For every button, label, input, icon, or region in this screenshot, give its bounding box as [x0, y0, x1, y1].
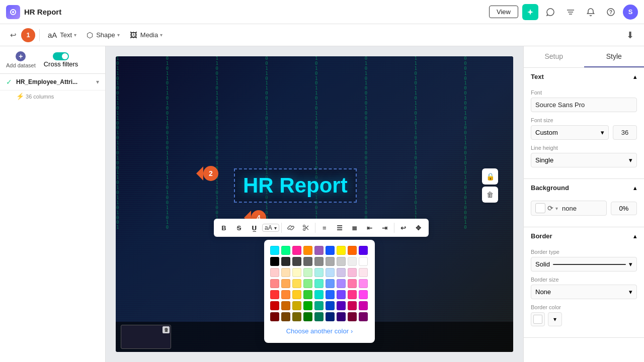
color-swatch[interactable] — [292, 246, 301, 255]
color-swatch[interactable] — [326, 279, 335, 288]
line-height-select[interactable]: Single ▾ — [531, 153, 637, 167]
dataset-expand-icon[interactable]: ▾ — [96, 78, 99, 85]
color-swatch[interactable] — [292, 290, 301, 299]
color-swatch[interactable] — [303, 268, 312, 277]
font-size-picker[interactable]: aA ▾ — [262, 224, 279, 232]
border-color-swatch[interactable] — [531, 312, 545, 326]
canvas-lock-button[interactable]: 🔒 — [482, 168, 498, 185]
slide-thumbnail[interactable]: 🗑 — [121, 325, 171, 349]
text-section-header[interactable]: Text ▴ — [524, 68, 644, 85]
color-swatch[interactable] — [281, 301, 290, 310]
view-button[interactable]: View — [489, 6, 518, 18]
color-swatch[interactable] — [303, 279, 312, 288]
font-size-select[interactable]: Custom ▾ — [531, 125, 609, 140]
color-swatch[interactable] — [270, 290, 279, 299]
canvas-delete-button[interactable]: 🗑 — [482, 187, 498, 203]
color-swatch[interactable] — [326, 312, 335, 321]
color-swatch[interactable] — [270, 312, 279, 321]
color-swatch[interactable] — [337, 257, 346, 266]
background-section-header[interactable]: Background ▴ — [524, 179, 644, 197]
move-button[interactable]: ✥ — [412, 221, 426, 235]
font-size-number[interactable]: 36 — [613, 125, 637, 140]
undo-inline-button[interactable]: ↩ — [396, 221, 411, 235]
color-swatch[interactable] — [270, 257, 279, 266]
border-section-header[interactable]: Border ▴ — [524, 227, 644, 245]
cross-filters-toggle-switch[interactable] — [53, 52, 69, 60]
color-swatch[interactable] — [281, 246, 290, 255]
media-tool[interactable]: 🖼 Media ▾ — [126, 29, 167, 41]
filter-icon[interactable] — [562, 4, 579, 20]
indent-left-button[interactable]: ⇤ — [363, 221, 377, 235]
spark-button[interactable] — [522, 4, 538, 20]
color-swatch[interactable] — [337, 246, 346, 255]
thumbnail-delete-button[interactable]: 🗑 — [163, 326, 170, 333]
color-swatch[interactable] — [281, 257, 290, 266]
shape-tool[interactable]: ⬡ Shape ▾ — [83, 29, 124, 41]
color-swatch[interactable] — [359, 301, 368, 310]
border-size-select[interactable]: None ▾ — [531, 285, 637, 299]
color-swatch[interactable] — [359, 312, 368, 321]
align-button[interactable]: ≡ — [317, 221, 332, 235]
color-swatch[interactable] — [348, 279, 357, 288]
undo-button[interactable]: ↩ — [6, 28, 20, 42]
color-swatch[interactable] — [292, 301, 301, 310]
color-swatch[interactable] — [270, 246, 279, 255]
color-swatch[interactable] — [359, 246, 368, 255]
color-swatch[interactable] — [359, 268, 368, 277]
underline-button[interactable]: U̲ — [247, 221, 261, 235]
color-swatch[interactable] — [337, 279, 346, 288]
color-swatch[interactable] — [348, 290, 357, 299]
text-tool[interactable]: aA Text ▾ — [44, 29, 80, 41]
canvas-area[interactable]: 10110100110110010110100110101101001 0101… — [106, 46, 523, 362]
color-swatch[interactable] — [270, 268, 279, 277]
chat-icon[interactable] — [542, 4, 558, 20]
notification-icon[interactable] — [583, 4, 599, 20]
color-swatch[interactable] — [314, 301, 324, 310]
color-swatch[interactable] — [292, 268, 301, 277]
bullet-list-button[interactable]: ☰ — [333, 221, 347, 235]
color-swatch[interactable] — [292, 312, 301, 321]
color-swatch[interactable] — [303, 257, 312, 266]
download-button[interactable]: ⬇ — [622, 27, 638, 43]
color-swatch[interactable] — [337, 301, 346, 310]
color-swatch[interactable] — [337, 290, 346, 299]
color-swatch[interactable] — [314, 279, 324, 288]
color-swatch[interactable] — [326, 290, 335, 299]
color-swatch[interactable] — [314, 312, 324, 321]
color-swatch[interactable] — [348, 312, 357, 321]
color-swatch[interactable] — [281, 290, 290, 299]
color-swatch[interactable] — [270, 279, 279, 288]
color-swatch[interactable] — [314, 290, 324, 299]
color-swatch[interactable] — [292, 279, 301, 288]
add-dataset-button[interactable]: + Add dataset — [6, 51, 36, 68]
tab-setup[interactable]: Setup — [524, 46, 584, 67]
color-swatch[interactable] — [326, 246, 335, 255]
color-swatch[interactable] — [359, 279, 368, 288]
choose-another-color-link[interactable]: Choose another color › — [270, 325, 369, 337]
color-swatch[interactable] — [348, 246, 357, 255]
tab-style[interactable]: Style — [584, 46, 645, 67]
color-swatch[interactable] — [292, 257, 301, 266]
color-swatch[interactable] — [359, 257, 368, 266]
dataset-item[interactable]: ✓ HR_Employee_Attri... ▾ — [0, 74, 105, 90]
color-swatch[interactable] — [359, 290, 368, 299]
numbered-list-button[interactable]: ≣ — [348, 221, 362, 235]
border-color-chevron-btn[interactable]: ▾ — [548, 312, 562, 326]
color-swatch[interactable] — [281, 279, 290, 288]
border-type-select[interactable]: Solid ▾ — [531, 257, 637, 272]
strikethrough-button[interactable]: S — [232, 221, 246, 235]
help-icon[interactable]: ? — [603, 4, 619, 20]
color-swatch[interactable] — [348, 268, 357, 277]
color-swatch[interactable] — [314, 268, 324, 277]
color-swatch[interactable] — [303, 290, 312, 299]
color-swatch[interactable] — [303, 312, 312, 321]
bg-opacity[interactable]: 0% — [611, 202, 637, 215]
avatar[interactable]: S — [623, 5, 638, 20]
indent-right-button[interactable]: ⇥ — [378, 221, 392, 235]
color-swatch[interactable] — [326, 257, 335, 266]
color-swatch[interactable] — [348, 257, 357, 266]
color-swatch[interactable] — [303, 301, 312, 310]
color-swatch[interactable] — [303, 246, 312, 255]
color-swatch[interactable] — [337, 312, 346, 321]
format-scissors-button[interactable] — [299, 221, 313, 235]
